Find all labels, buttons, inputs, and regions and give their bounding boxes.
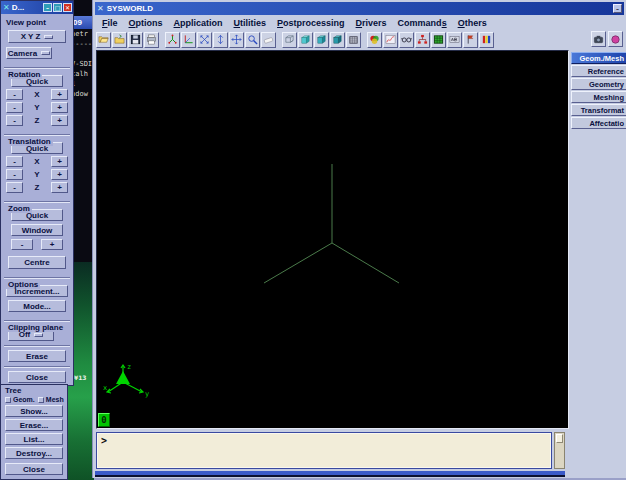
screen: ¥13 09 netr----- V-SDIcalh1ndow ✕ SYSWOR… (0, 0, 626, 480)
mode-button[interactable]: Mode... (8, 300, 66, 312)
minimize-icon[interactable]: – (613, 4, 622, 13)
camera-button[interactable] (591, 31, 606, 47)
hidden-line-box-icon (300, 34, 311, 45)
rotation-x-minus-button[interactable]: - (6, 89, 23, 100)
print-button[interactable] (144, 32, 159, 48)
panel-tab-transformat[interactable]: Transformat (571, 104, 626, 116)
mesh-box-button[interactable] (346, 32, 361, 48)
zoom-button[interactable] (245, 32, 260, 48)
rotation-z-minus-button[interactable]: - (6, 115, 23, 126)
translation-y-plus-button[interactable]: + (51, 169, 68, 180)
hidden-line-box-button[interactable] (298, 32, 313, 48)
section-separator: Clipping plane (4, 316, 70, 325)
open-file-icon (98, 34, 109, 45)
zoom-icon (247, 34, 258, 45)
rotation-x-plus-button[interactable]: + (51, 89, 68, 100)
fit-vertical-icon (215, 34, 226, 45)
close-button[interactable]: Close (8, 371, 66, 383)
wireframe-box-button[interactable] (282, 32, 297, 48)
checkbox-geom[interactable]: Geom. (5, 396, 35, 403)
rotation-y-minus-button[interactable]: - (6, 102, 23, 113)
checkbox-label: Mesh (46, 396, 64, 403)
translation-y-minus-button[interactable]: - (6, 169, 23, 180)
panel-tab-geometry[interactable]: Geometry (571, 78, 626, 90)
menu-drivers[interactable]: Drivers (356, 18, 387, 28)
close-icon[interactable]: ✕ (63, 3, 72, 12)
tree-list-button[interactable]: List... (5, 433, 63, 445)
menu-bar: FileOptionsApplicationUtilitiesPostproce… (93, 15, 626, 30)
x11-app-icon: ✕ (97, 4, 104, 13)
separator (4, 366, 70, 368)
tree-destroy-button[interactable]: Destroy... (5, 447, 63, 459)
corner-axes-button[interactable] (181, 32, 196, 48)
scrollbar-thumb[interactable] (556, 434, 563, 443)
wireframe-box-icon (284, 34, 295, 45)
render-button[interactable] (367, 32, 382, 48)
separator (4, 345, 70, 347)
menu-utilities[interactable]: Utilities (234, 18, 267, 28)
rotation-y-plus-button[interactable]: + (51, 102, 68, 113)
window-bottom-edge (95, 471, 565, 477)
panel-tab-meshing[interactable]: Meshing (571, 91, 626, 103)
command-scrollbar[interactable] (554, 432, 565, 469)
solid-box-button[interactable] (330, 32, 345, 48)
svg-text:x: x (103, 384, 107, 392)
rotate-axes-button[interactable] (165, 32, 180, 48)
shaded-box-button[interactable] (314, 32, 329, 48)
rotation-row-y: -Y+ (6, 102, 68, 113)
marker-button[interactable] (608, 31, 623, 47)
minimize-icon[interactable]: – (43, 3, 52, 12)
colorbar-icon (481, 34, 492, 45)
zoom-window-button[interactable]: Window (11, 224, 63, 236)
tree-close-button[interactable]: Close (5, 463, 63, 475)
translation-x-plus-button[interactable]: + (51, 156, 68, 167)
menu-file[interactable]: File (102, 18, 118, 28)
open-file-button[interactable] (96, 32, 111, 48)
command-prompt: > (97, 433, 551, 446)
save-button[interactable] (128, 32, 143, 48)
panel-tab-affectatio[interactable]: Affectatio (571, 117, 626, 129)
svg-text:z: z (127, 363, 131, 371)
checkbox-mesh[interactable]: Mesh (38, 396, 64, 403)
erase-button[interactable]: Erase (8, 350, 66, 362)
graphics-viewport[interactable]: z x y 0 (96, 50, 569, 429)
command-input-area[interactable]: > (96, 432, 552, 469)
translation-z-minus-button[interactable]: - (6, 182, 23, 193)
rotation-z-plus-button[interactable]: + (51, 115, 68, 126)
menu-application[interactable]: Application (174, 18, 223, 28)
rotation-row-z: -Z+ (6, 115, 68, 126)
status-badge: 0 (98, 413, 110, 427)
zoom-in-button[interactable]: + (41, 239, 63, 250)
xyz-option-button[interactable]: X Y Z (8, 30, 66, 43)
fit-vertical-button[interactable] (213, 32, 228, 48)
translation-axis-rows: -X+-Y+-Z+ (4, 156, 70, 193)
menu-options[interactable]: Options (129, 18, 163, 28)
section-separator: Translation (4, 130, 70, 139)
curve-plot-button[interactable] (383, 32, 398, 48)
eraser-button[interactable] (261, 32, 276, 48)
open-folder-button[interactable] (112, 32, 127, 48)
colorbar-button[interactable] (479, 32, 494, 48)
zoom-extents-button[interactable] (197, 32, 212, 48)
centre-button[interactable]: Centre (8, 256, 66, 269)
translation-z-plus-button[interactable]: + (51, 182, 68, 193)
tree-panel: Tree Geom.Mesh Show...Erase...List...Des… (0, 384, 68, 480)
mesh-view-button[interactable] (431, 32, 446, 48)
panel-tab-reference[interactable]: Reference (571, 65, 626, 77)
tree-show-button[interactable]: Show... (5, 405, 63, 417)
panel-tab-geom-mesh[interactable]: Geom./Mesh (571, 52, 626, 64)
group-tree-button[interactable] (415, 32, 430, 48)
camera-option-button[interactable]: Camera (6, 47, 52, 59)
maximize-icon[interactable]: □ (53, 3, 62, 12)
glasses-button[interactable] (399, 32, 414, 48)
menu-postprocessing[interactable]: Postprocessing (277, 18, 345, 28)
zoom-out-button[interactable]: - (11, 239, 33, 250)
pan-button[interactable] (229, 32, 244, 48)
label-button[interactable] (447, 32, 462, 48)
menu-others[interactable]: Others (458, 18, 487, 28)
menu-commands[interactable]: Commands (398, 18, 447, 28)
shaded-box-icon (316, 34, 327, 45)
flag-button[interactable] (463, 32, 478, 48)
tree-erase-button[interactable]: Erase... (5, 419, 63, 431)
translation-x-minus-button[interactable]: - (6, 156, 23, 167)
